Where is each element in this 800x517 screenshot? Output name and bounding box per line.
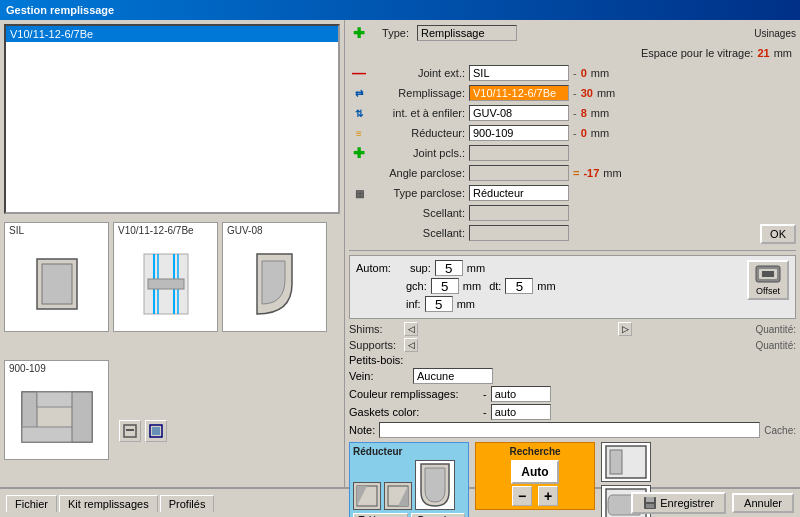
autom-mm1: mm bbox=[467, 262, 485, 274]
supports-left-btn[interactable]: ◁ bbox=[404, 338, 418, 352]
joint-ext-value[interactable]: SIL bbox=[469, 65, 569, 81]
reducteur-shape-2[interactable] bbox=[384, 482, 412, 510]
vein-value[interactable]: Aucune bbox=[413, 368, 493, 384]
remplissage-label: Remplissage: bbox=[369, 87, 469, 99]
thumbnail-900[interactable]: 900-109 bbox=[4, 360, 109, 460]
autom-mm2: mm bbox=[463, 280, 481, 292]
tab-fichier[interactable]: Fichier bbox=[6, 495, 57, 512]
autom-sup-input[interactable] bbox=[435, 260, 463, 276]
thumbnail-guv08-label: GUV-08 bbox=[227, 225, 263, 236]
shims-quantite: Quantité: bbox=[755, 324, 796, 335]
svg-rect-14 bbox=[126, 429, 134, 431]
tab-profiles[interactable]: Profilés bbox=[160, 495, 215, 512]
reducteur-box: Réducteur bbox=[349, 442, 469, 517]
type-parclose-label: Type parclose: bbox=[369, 187, 469, 199]
recherche-title: Recherche bbox=[479, 446, 591, 457]
shape-preview-1[interactable] bbox=[601, 442, 651, 482]
right-panel: ✚ Type: Remplissage Usinages Espace pour… bbox=[345, 20, 800, 487]
reducteur-field-value[interactable]: 900-109 bbox=[469, 125, 569, 141]
profile-list[interactable]: V10/11-12-6/7Be bbox=[4, 24, 340, 214]
scellant1-value[interactable] bbox=[469, 205, 569, 221]
donnees-button[interactable]: Données bbox=[411, 513, 466, 517]
title-text: Gestion remplissage bbox=[6, 4, 114, 16]
couleur-value[interactable]: auto bbox=[491, 386, 551, 402]
gaskets-label: Gaskets color: bbox=[349, 406, 479, 418]
thumbnail-guv08[interactable]: GUV-08 bbox=[222, 222, 327, 332]
reducteur-buttons: Tolérance Données bbox=[353, 513, 465, 517]
autom-dt-input[interactable] bbox=[505, 278, 533, 294]
annuler-button[interactable]: Annuler bbox=[732, 493, 794, 513]
svg-rect-16 bbox=[152, 427, 160, 435]
joint-ext-icon[interactable]: — bbox=[349, 63, 369, 83]
minus-button[interactable]: − bbox=[512, 486, 532, 506]
espace-label: Espace pour le vitrage: bbox=[641, 47, 754, 59]
thumbnail-sil-label: SIL bbox=[9, 225, 24, 236]
note-input[interactable] bbox=[379, 422, 760, 438]
angle-parclose-value[interactable] bbox=[469, 165, 569, 181]
autom-mm4: mm bbox=[457, 298, 475, 310]
reducteur-box-title: Réducteur bbox=[353, 446, 465, 457]
svg-rect-28 bbox=[646, 504, 654, 508]
svg-rect-27 bbox=[646, 497, 654, 502]
autom-gch-label: gch: bbox=[406, 280, 427, 292]
svg-rect-19 bbox=[762, 271, 774, 277]
tab-kit-remplissages[interactable]: Kit remplissages bbox=[59, 495, 158, 512]
profile-list-item[interactable]: V10/11-12-6/7Be bbox=[6, 26, 338, 42]
thumbnail-sil[interactable]: SIL bbox=[4, 222, 109, 332]
shims-right-btn[interactable]: ▷ bbox=[618, 322, 632, 336]
couleur-dash: - bbox=[483, 388, 487, 400]
joint-ext-unit: mm bbox=[591, 67, 609, 79]
scellant2-value[interactable] bbox=[469, 225, 569, 241]
int-enfiler-unit: mm bbox=[591, 107, 609, 119]
shims-row: Shims: ◁ ▷ Quantité: bbox=[349, 322, 796, 336]
int-enfiler-label: int. et à enfiler: bbox=[369, 107, 469, 119]
toolbar-icon-1[interactable] bbox=[119, 420, 141, 442]
reducteur-shape-1[interactable] bbox=[353, 482, 381, 510]
remplissage-value[interactable]: V10/11-12-6/7Be bbox=[469, 85, 569, 101]
type-parclose-value[interactable]: Réducteur bbox=[469, 185, 569, 201]
supports-quantite: Quantité: bbox=[755, 340, 796, 351]
offset-button[interactable]: Offset bbox=[747, 260, 789, 300]
angle-parclose-label: Angle parclose: bbox=[369, 167, 469, 179]
svg-rect-12 bbox=[72, 392, 92, 442]
autom-label: Autom: bbox=[356, 262, 406, 274]
recherche-box: Recherche Auto − + bbox=[475, 442, 595, 510]
reducteur-mm: 0 bbox=[581, 127, 587, 139]
autom-sup-label: sup: bbox=[410, 262, 431, 274]
joint-pcls-value[interactable] bbox=[469, 145, 569, 161]
gaskets-value[interactable]: auto bbox=[491, 404, 551, 420]
usinages-label: Usinages bbox=[754, 28, 796, 39]
ok-button[interactable]: OK bbox=[760, 224, 796, 244]
offset-label: Offset bbox=[756, 286, 780, 296]
plus-minus-row: − + bbox=[479, 486, 591, 506]
supports-label: Supports: bbox=[349, 339, 404, 351]
autom-gch-input[interactable] bbox=[431, 278, 459, 294]
reducteur-field-icon[interactable]: ≡ bbox=[349, 123, 369, 143]
joint-ext-label: Joint ext.: bbox=[369, 67, 469, 79]
footer-right: Enregistrer Annuler bbox=[631, 492, 794, 514]
joint-pcls-icon[interactable]: ✚ bbox=[349, 143, 369, 163]
remplissage-icon[interactable]: ⇄ bbox=[349, 83, 369, 103]
title-bar: Gestion remplissage bbox=[0, 0, 800, 20]
reducteur-shape-large[interactable] bbox=[415, 460, 455, 510]
add-icon[interactable]: ✚ bbox=[349, 23, 369, 43]
autom-inf-input[interactable] bbox=[425, 296, 453, 312]
petits-bois-row: Petits-bois: bbox=[349, 354, 796, 366]
int-enfiler-icon[interactable]: ⇅ bbox=[349, 103, 369, 123]
sil-shape bbox=[17, 244, 97, 324]
int-enfiler-value[interactable]: GUV-08 bbox=[469, 105, 569, 121]
tolerance-button[interactable]: Tolérance bbox=[353, 513, 408, 517]
autom-section: Autom: sup: mm gch: mm dt: mm inf bbox=[349, 255, 796, 319]
toolbar-icon-2[interactable] bbox=[145, 420, 167, 442]
type-parclose-icon[interactable]: ▦ bbox=[349, 183, 369, 203]
angle-parclose-unit: mm bbox=[603, 167, 621, 179]
type-label: Type: bbox=[373, 27, 413, 39]
enregistrer-button[interactable]: Enregistrer bbox=[631, 492, 726, 514]
shims-left-btn[interactable]: ◁ bbox=[404, 322, 418, 336]
plus-button[interactable]: + bbox=[538, 486, 558, 506]
espace-value: 21 bbox=[757, 47, 769, 59]
auto-button[interactable]: Auto bbox=[511, 460, 558, 484]
petits-bois-label: Petits-bois: bbox=[349, 354, 403, 366]
joint-ext-dash: - bbox=[573, 67, 577, 79]
thumbnail-v10[interactable]: V10/11-12-6/7Be bbox=[113, 222, 218, 332]
